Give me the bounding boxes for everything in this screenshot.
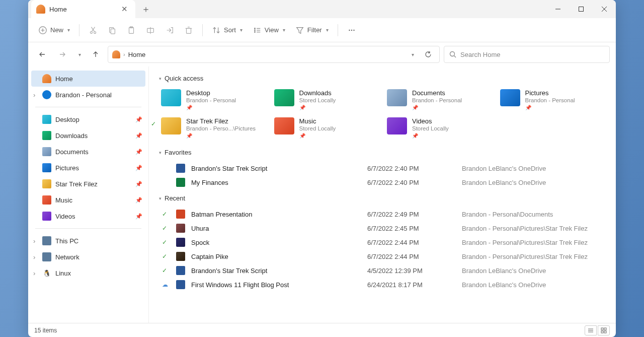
drive-icon: 🐧 xyxy=(42,268,51,278)
tab-close-button[interactable]: ✕ xyxy=(121,6,128,13)
copy-button[interactable] xyxy=(104,21,121,39)
chevron-down-icon: ▾ xyxy=(159,76,162,81)
quick-access-desktop[interactable]: DesktopBrandon - Personal📌 xyxy=(159,87,267,112)
details-view-button[interactable] xyxy=(585,325,597,335)
sync-status-icon: ✓ xyxy=(162,267,172,274)
sidebar-item-star-trek-filez[interactable]: Star Trek Filez📌 xyxy=(28,176,148,192)
svg-rect-13 xyxy=(129,27,134,33)
search-icon xyxy=(449,51,456,58)
recent-file[interactable]: ☁First Windows 11 Flight Blog Post6/24/2… xyxy=(159,278,606,292)
svg-point-7 xyxy=(90,31,92,33)
main-content: ▾Quick access DesktopBrandon - Personal📌… xyxy=(149,66,616,323)
file-explorer-window: Home ✕ ＋ New▾ Sort▾ View▾ Filter▾ ▾ xyxy=(28,0,616,337)
address-dropdown[interactable]: ▾ xyxy=(405,47,419,61)
forward-button[interactable] xyxy=(54,46,70,62)
pin-icon: 📌 xyxy=(135,213,142,220)
separator xyxy=(35,228,141,229)
new-button[interactable]: New▾ xyxy=(34,21,74,39)
svg-line-9 xyxy=(92,27,95,31)
section-recent[interactable]: ▾Recent xyxy=(159,194,606,202)
onedrive-icon xyxy=(42,90,51,99)
search-input[interactable]: Search Home xyxy=(444,46,610,63)
separator xyxy=(338,24,338,36)
folder-icon xyxy=(161,117,181,134)
quick-access-music[interactable]: MusicStored Locally📌 xyxy=(272,115,380,141)
delete-button[interactable] xyxy=(180,21,197,39)
sidebar-item-this-pc[interactable]: This PC xyxy=(28,233,148,249)
folder-icon xyxy=(274,89,294,106)
quick-access-documents[interactable]: DocumentsBrandon - Personal📌 xyxy=(385,87,493,112)
recent-file[interactable]: ✓Captain Pike6/7/2022 2:44 PMBrandon - P… xyxy=(159,249,606,263)
svg-point-31 xyxy=(450,52,455,56)
recent-file[interactable]: ✓Brandon's Star Trek Script4/5/2022 12:3… xyxy=(159,263,606,278)
sidebar-item-network[interactable]: Network xyxy=(28,249,148,265)
folder-icon xyxy=(42,115,51,124)
pin-icon: 📌 xyxy=(135,165,142,171)
favorite-file[interactable]: My Finances6/7/2022 2:40 PMBrandon LeBla… xyxy=(159,175,606,189)
separator xyxy=(79,24,79,36)
recent-file[interactable]: ✓Uhura6/7/2022 2:45 PMBrandon - Personal… xyxy=(159,221,606,235)
quick-access-pictures[interactable]: PicturesBrandon - Personal📌 xyxy=(498,87,606,112)
chevron-right-icon: › xyxy=(123,51,125,57)
recent-dropdown[interactable]: ▾ xyxy=(74,46,84,62)
share-button[interactable] xyxy=(161,21,178,39)
folder-icon xyxy=(42,131,51,140)
home-icon xyxy=(36,5,45,14)
sidebar-item-documents[interactable]: Documents📌 xyxy=(28,144,148,160)
file-type-icon xyxy=(176,280,185,289)
paste-button[interactable] xyxy=(123,21,140,39)
pin-icon: 📌 xyxy=(135,197,142,204)
folder-icon xyxy=(161,89,181,106)
more-button[interactable] xyxy=(343,21,360,39)
tab-title: Home xyxy=(49,6,67,13)
sort-button[interactable]: Sort▾ xyxy=(208,21,247,39)
sidebar-item-linux[interactable]: 🐧Linux xyxy=(28,265,148,281)
recent-file[interactable]: ✓Spock6/7/2022 2:44 PMBrandon - Personal… xyxy=(159,235,606,249)
svg-rect-38 xyxy=(601,331,603,333)
minimize-button[interactable] xyxy=(546,0,570,18)
sidebar-item-videos[interactable]: Videos📌 xyxy=(28,208,148,224)
filter-button[interactable]: Filter▾ xyxy=(291,21,333,39)
svg-rect-1 xyxy=(579,7,584,12)
folder-icon xyxy=(42,212,51,221)
folder-icon xyxy=(42,147,51,156)
quick-access-videos[interactable]: VideosStored Locally📌 xyxy=(385,115,493,141)
svg-point-30 xyxy=(353,29,354,30)
breadcrumb-location: Home xyxy=(128,51,146,58)
chevron-down-icon: ▾ xyxy=(159,196,162,201)
sidebar-home[interactable]: Home xyxy=(31,71,145,87)
quick-access-star-trek-filez[interactable]: ✓Star Trek FilezBrandon - Perso...\Pictu… xyxy=(159,115,267,141)
cut-button[interactable] xyxy=(85,21,102,39)
section-favorites[interactable]: ▾Favorites xyxy=(159,149,606,156)
section-quick-access[interactable]: ▾Quick access xyxy=(159,75,606,82)
sidebar-personal[interactable]: Brandon - Personal xyxy=(28,87,148,103)
icons-view-button[interactable] xyxy=(598,325,610,335)
sidebar-item-downloads[interactable]: Downloads📌 xyxy=(28,127,148,144)
sync-status-icon: ✓ xyxy=(162,225,172,232)
up-button[interactable] xyxy=(88,46,104,62)
refresh-button[interactable] xyxy=(421,47,435,61)
sidebar-item-desktop[interactable]: Desktop📌 xyxy=(28,111,148,127)
view-button[interactable]: View▾ xyxy=(249,21,289,39)
svg-point-22 xyxy=(254,28,255,29)
titlebar: Home ✕ ＋ xyxy=(28,0,616,18)
sidebar-item-pictures[interactable]: Pictures📌 xyxy=(28,160,148,176)
folder-icon xyxy=(42,195,51,205)
chevron-down-icon: ▾ xyxy=(240,27,243,33)
svg-point-8 xyxy=(94,31,96,33)
home-icon xyxy=(42,74,51,83)
svg-point-29 xyxy=(351,29,352,30)
recent-file[interactable]: ✓Batman Presentation6/7/2022 2:49 PMBran… xyxy=(159,207,606,221)
back-button[interactable] xyxy=(34,46,50,62)
quick-access-downloads[interactable]: DownloadsStored Locally📌 xyxy=(272,87,380,112)
maximize-button[interactable] xyxy=(570,0,593,18)
favorite-file[interactable]: Brandon's Star Trek Script6/7/2022 2:40 … xyxy=(159,161,606,175)
rename-button[interactable] xyxy=(142,21,159,39)
close-button[interactable] xyxy=(593,0,616,18)
tab-home[interactable]: Home ✕ xyxy=(31,0,135,18)
address-bar[interactable]: › Home ▾ xyxy=(108,46,440,63)
new-tab-button[interactable]: ＋ xyxy=(138,2,153,17)
sidebar-item-music[interactable]: Music📌 xyxy=(28,192,148,208)
file-type-icon xyxy=(176,238,185,247)
chevron-down-icon: ▾ xyxy=(159,150,162,155)
